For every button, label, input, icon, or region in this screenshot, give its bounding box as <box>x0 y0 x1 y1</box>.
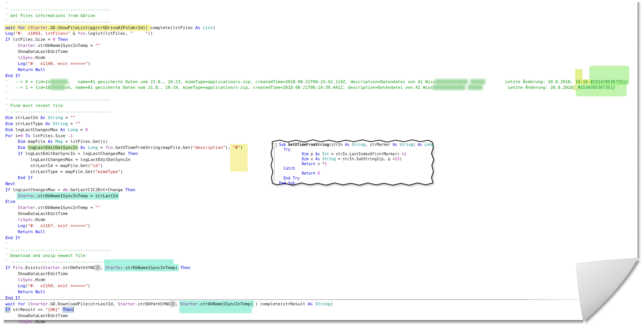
collapse-icon[interactable]: − <box>273 143 277 147</box>
code-line[interactable]: wait for (Starter.GD.ShowFileList(pgstrG… <box>5 25 628 31</box>
code-line[interactable]: liSync.Hide <box>5 277 628 283</box>
code-line[interactable]: Return Null <box>5 229 628 235</box>
snippet-code-line[interactable]: End Try <box>279 176 433 181</box>
code-line[interactable]: Log("#- x1167, exit >>>>>>") <box>5 223 628 229</box>
snippet-code-line[interactable]: Dim x As String = strIn.SubString2(p, p … <box>279 157 433 162</box>
code-line[interactable]: End If <box>5 73 628 79</box>
code-line[interactable]: ' Download and unzip newest file <box>5 253 628 259</box>
code-line[interactable]: ' --> 0 = {id=1n▒▒▒▒▒▒▒, name=A1 gesiche… <box>5 79 628 85</box>
code-line[interactable]: Starter.strDbName1SyncInTemp = "" <box>5 205 628 211</box>
code-line[interactable]: End If <box>5 295 628 301</box>
code-line[interactable]: ' <box>5 91 628 97</box>
page-right-shadow <box>638 2 641 258</box>
code-line[interactable]: Log("#- x1150, exit >>>>>>") <box>5 283 628 289</box>
text-caret <box>73 307 74 312</box>
code-line[interactable]: liSync.Hide <box>5 217 628 223</box>
code-line[interactable]: ' --------------------------------------… <box>5 7 628 13</box>
code-line[interactable]: ' --------------------------------------… <box>5 19 628 25</box>
snippet-code-line[interactable]: End Sub <box>279 181 433 186</box>
code-line[interactable]: If File.Exists(Starter.strDbPathSYNC▒▒, … <box>5 265 628 271</box>
code-line[interactable]: Log("#- x1140, exit >>>>>>") <box>5 61 628 67</box>
code-line[interactable]: Dim strLastId As String = "" <box>5 115 628 121</box>
code-line[interactable]: Starter.strDbName1SyncInTemp = "" <box>5 43 628 49</box>
code-line[interactable]: ' --------------------------------------… <box>5 259 628 265</box>
code-line[interactable]: If strResult <> "{OK}" Then <box>5 307 628 313</box>
code-line[interactable]: Return Null <box>5 67 628 73</box>
code-line[interactable]: ' --------------------------------------… <box>5 97 628 103</box>
code-editor-page: '' -------------------------------------… <box>0 0 644 328</box>
horizontal-divider <box>0 299 598 300</box>
code-line[interactable]: ShowDataLastEditTime <box>5 49 628 55</box>
code-line[interactable]: Dim lngLastChangesMax As Long = 0 <box>5 127 628 133</box>
code-line[interactable]: ' --> 1 = {id=18▒▒▒▒▒▒sk, name=A1 gesich… <box>5 85 628 91</box>
snippet-code-line[interactable]: Try <box>279 147 433 152</box>
code-line[interactable]: ' <box>5 241 628 247</box>
code-line[interactable]: ' Get Files informations from GDrive <box>5 13 628 19</box>
snippet-code-line[interactable]: Return x *1 <box>279 162 433 167</box>
code-line[interactable]: End If <box>5 235 628 241</box>
code-line[interactable]: liSync.Hide <box>5 319 628 325</box>
code-line[interactable]: Starter.strDbName1SyncInTemp = strLastId <box>5 193 628 199</box>
code-line[interactable]: If lstFiles.Size = 0 Then <box>5 37 628 43</box>
snippet-code-line[interactable]: Sub GetUTimeFromString(strIn As String, … <box>279 142 433 147</box>
code-fold-line <box>274 148 274 183</box>
code-line[interactable]: Log("#- x1093, lstFiles=" & fcn.loglst(l… <box>5 31 628 37</box>
snippet-code-line[interactable]: Return 0 <box>279 171 433 176</box>
code-line[interactable]: ' <box>5 1 628 7</box>
code-line[interactable]: liSync.Hide <box>5 55 628 61</box>
code-line[interactable]: ' --------------------------------------… <box>5 247 628 253</box>
code-line[interactable]: Else <box>5 199 628 205</box>
snippet-code-line[interactable]: Dim p As Int = strIn.LastIndexOf(strMark… <box>279 152 433 157</box>
code-line[interactable]: ShowDataLastEditTime <box>5 313 628 319</box>
code-line[interactable]: ' Find most recent file <box>5 103 628 109</box>
page-curl <box>566 222 644 327</box>
code-line[interactable]: ' --------------------------------------… <box>5 109 628 115</box>
code-line[interactable]: ShowDataLastEditTime <box>5 271 628 277</box>
code-line[interactable]: Dim strLastType As String = "" <box>5 121 628 127</box>
code-line[interactable]: wait for (Starter.GD.DownloadFile(strLas… <box>5 301 628 307</box>
code-line[interactable]: Return Null <box>5 289 628 295</box>
snippet-popup-code: Sub GetUTimeFromString(strIn As String, … <box>279 142 433 186</box>
snippet-code-line[interactable]: Catch <box>279 166 433 171</box>
code-line[interactable]: ShowDataLastEditTime <box>5 211 628 217</box>
